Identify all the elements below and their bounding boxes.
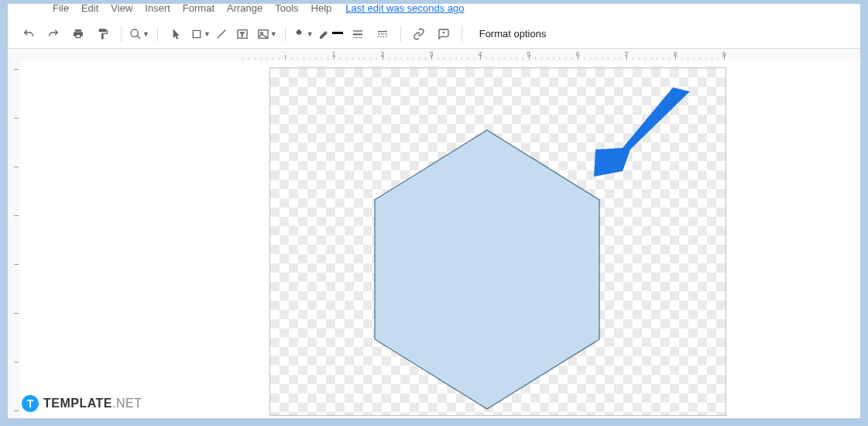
menu-tools[interactable]: Tools	[269, 4, 304, 14]
chevron-down-icon: ▼	[270, 30, 277, 38]
hexagon-polygon	[375, 130, 599, 409]
shape-icon	[190, 28, 203, 40]
fill-color-button[interactable]: ▼	[293, 28, 314, 40]
format-options-button[interactable]: Format options	[479, 28, 547, 40]
svg-rect-8	[353, 30, 362, 31]
watermark: T TEMPLATE.NET	[22, 395, 142, 412]
svg-rect-10	[353, 37, 362, 38]
separator	[461, 26, 462, 42]
watermark-net-text: .NET	[112, 397, 142, 410]
pencil-icon	[318, 28, 331, 40]
zoom-button[interactable]: ▼	[129, 28, 149, 40]
svg-text:T: T	[240, 30, 244, 37]
watermark-bold-text: TEMPLATE	[43, 397, 112, 410]
zoom-icon	[129, 28, 142, 40]
dash-icon	[376, 28, 389, 40]
insert-comment-button[interactable]	[434, 24, 454, 44]
link-icon	[413, 28, 425, 40]
line-icon	[215, 28, 228, 40]
fill-icon	[293, 28, 306, 40]
svg-rect-14	[385, 33, 387, 34]
lines-icon	[352, 28, 364, 40]
menu-edit[interactable]: Edit	[75, 4, 105, 14]
annotation-arrow	[580, 88, 696, 188]
menubar: File Edit View Insert Format Arrange Too…	[8, 4, 860, 19]
svg-rect-18	[386, 36, 386, 36]
menu-insert[interactable]: Insert	[139, 4, 177, 14]
app-window: File Edit View Insert Format Arrange Too…	[8, 4, 860, 418]
undo-icon	[22, 28, 35, 40]
svg-rect-15	[378, 36, 379, 36]
watermark-icon: T	[22, 395, 39, 412]
color-swatch	[332, 32, 343, 34]
comment-icon	[437, 28, 450, 40]
insert-link-button[interactable]	[409, 24, 429, 44]
textbox-icon: T	[236, 28, 249, 40]
redo-icon	[47, 28, 60, 40]
svg-line-1	[137, 36, 140, 39]
cursor-icon	[170, 28, 182, 40]
undo-button[interactable]	[19, 24, 39, 44]
canvas-area[interactable]	[20, 61, 860, 418]
chevron-down-icon: ▼	[307, 30, 314, 38]
edit-status-link[interactable]: Last edit was seconds ago	[345, 4, 464, 14]
shape-tool[interactable]: ▼	[190, 28, 211, 40]
svg-point-0	[131, 29, 138, 36]
image-icon	[257, 28, 269, 40]
separator	[285, 26, 286, 42]
textbox-tool[interactable]: T	[232, 24, 252, 44]
print-icon	[72, 28, 84, 40]
svg-rect-11	[378, 31, 387, 32]
paint-format-icon	[97, 28, 109, 40]
menu-arrange[interactable]: Arrange	[221, 4, 269, 14]
vertical-ruler[interactable]	[8, 61, 20, 418]
separator	[400, 26, 401, 42]
menu-help[interactable]: Help	[305, 4, 338, 14]
menu-format[interactable]: Format	[177, 4, 221, 14]
hexagon-shape[interactable]	[367, 126, 607, 413]
border-weight-button[interactable]	[348, 24, 368, 44]
image-tool[interactable]: ▼	[257, 28, 277, 40]
horizontal-ruler[interactable]: 123456789	[8, 49, 860, 61]
separator	[157, 26, 158, 42]
svg-marker-2	[193, 30, 200, 37]
svg-rect-13	[381, 33, 383, 34]
print-button[interactable]	[68, 24, 88, 44]
paint-format-button[interactable]	[93, 24, 113, 44]
separator	[121, 26, 122, 42]
redo-button[interactable]	[43, 24, 63, 44]
svg-rect-16	[380, 36, 381, 36]
toolbar: ▼ ▼ T ▼ ▼	[8, 19, 860, 49]
select-tool[interactable]	[166, 24, 186, 44]
chevron-down-icon: ▼	[142, 30, 149, 38]
svg-rect-17	[383, 36, 383, 36]
border-dash-button[interactable]	[372, 24, 393, 44]
svg-line-3	[218, 29, 226, 38]
menu-file[interactable]: File	[46, 4, 75, 14]
arrow-polygon	[594, 88, 690, 177]
workspace	[8, 61, 860, 418]
svg-rect-9	[353, 33, 362, 35]
drawing-canvas[interactable]	[269, 67, 726, 416]
line-tool[interactable]	[215, 28, 228, 40]
border-color-button[interactable]	[318, 28, 343, 40]
chevron-down-icon: ▼	[204, 30, 211, 38]
svg-rect-12	[378, 33, 380, 34]
menu-view[interactable]: View	[105, 4, 139, 14]
